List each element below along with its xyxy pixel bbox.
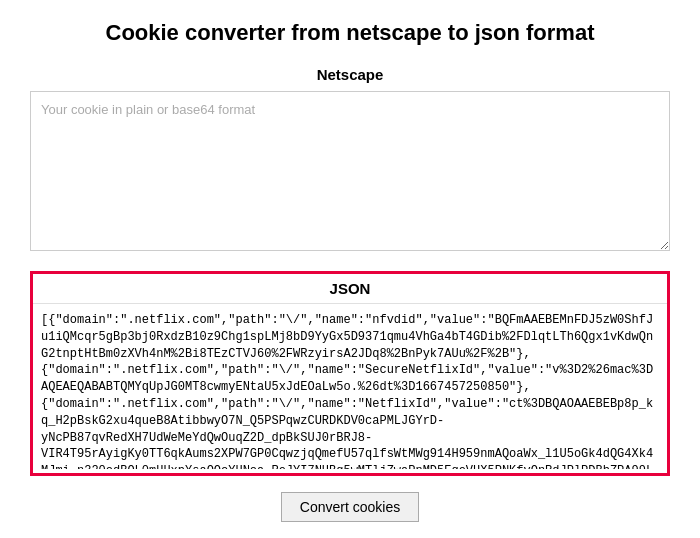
page-title: Cookie converter from netscape to json f… <box>106 20 595 46</box>
convert-button-wrapper: Convert cookies <box>281 492 419 522</box>
convert-cookies-button[interactable]: Convert cookies <box>281 492 419 522</box>
netscape-section: Netscape <box>30 66 670 255</box>
json-label: JSON <box>33 274 667 304</box>
json-output[interactable]: [{"domain":".netflix.com","path":"\/","n… <box>33 304 667 469</box>
json-section: JSON [{"domain":".netflix.com","path":"\… <box>30 271 670 476</box>
netscape-label: Netscape <box>30 66 670 83</box>
netscape-input[interactable] <box>30 91 670 251</box>
